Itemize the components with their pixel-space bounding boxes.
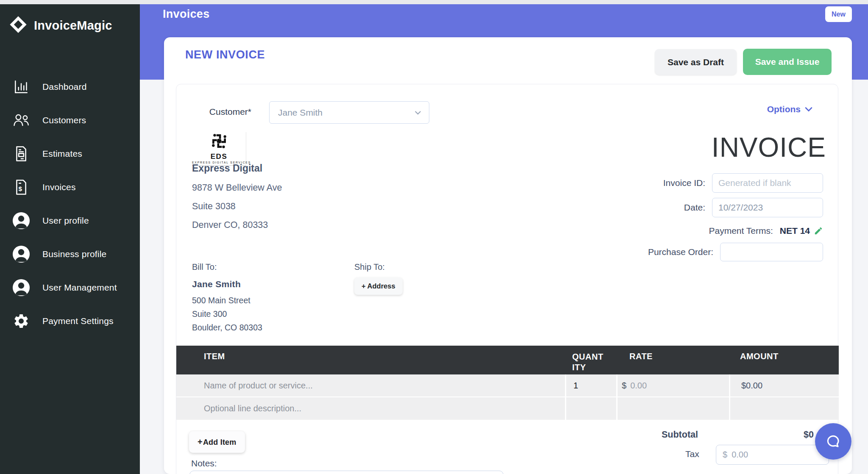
app-logo: InvoiceMagic <box>0 4 140 36</box>
bill-to-address-line: Boulder, CO 80303 <box>192 321 262 334</box>
new-invoice-button[interactable]: New <box>825 6 852 22</box>
person-circle-icon <box>12 279 31 297</box>
sidebar-item-user-management[interactable]: User Management <box>0 271 140 304</box>
form-heading: NEW INVOICE <box>185 48 265 61</box>
purchase-order-input[interactable] <box>720 243 823 261</box>
add-item-button[interactable]: +Add Item <box>189 431 245 453</box>
customer-select-value: Jane Smith <box>278 108 414 118</box>
rate-cell-empty <box>616 397 729 420</box>
purchase-order-label: Purchase Order: <box>648 247 713 257</box>
sidebar-item-customers[interactable]: Customers <box>0 103 140 137</box>
company-address-line: 9878 W Belleview Ave <box>192 178 282 197</box>
chevron-down-icon <box>804 105 813 114</box>
company-name: Express Digital <box>192 163 262 174</box>
bill-to-address: 500 Main Street Suite 300 Boulder, CO 80… <box>192 294 262 334</box>
document-icon <box>12 145 31 162</box>
column-header-rate: RATE <box>616 346 729 374</box>
sidebar-item-user-profile[interactable]: User profile <box>0 204 140 237</box>
diamond-logo-icon <box>8 15 28 36</box>
tax-label: Tax <box>685 449 699 459</box>
item-name-cell[interactable]: Name of product or service... <box>176 374 565 396</box>
options-label: Options <box>767 104 801 114</box>
rate-value: 0.00 <box>630 381 647 391</box>
quantity-cell-empty <box>565 397 616 420</box>
people-icon <box>12 112 31 128</box>
invoice-dollar-icon: $ <box>12 179 31 196</box>
edit-pencil-icon[interactable] <box>814 226 823 236</box>
notes-label: Notes: <box>191 458 217 468</box>
amount-cell: $0.00 <box>729 374 839 396</box>
sidebar-item-label: User Management <box>42 283 117 293</box>
payment-terms-value: NET 14 <box>780 226 810 236</box>
sidebar-item-estimates[interactable]: Estimates <box>0 137 140 170</box>
ship-to-label: Ship To: <box>354 262 385 272</box>
add-item-label: Add Item <box>203 438 236 446</box>
sidebar-item-label: User profile <box>42 216 89 226</box>
column-header-quantity: QUANTITY <box>565 346 616 374</box>
amount-cell-empty <box>729 397 839 420</box>
person-circle-icon <box>12 212 31 230</box>
table-header-row: ITEM QUANTITY RATE AMOUNT <box>176 346 839 374</box>
quantity-cell[interactable]: 1 <box>565 374 616 396</box>
column-header-item: ITEM <box>176 346 565 374</box>
invoice-panel: Customer* Jane Smith Options <box>176 84 838 474</box>
invoice-card: NEW INVOICE Save as Draft Save and Issue… <box>164 37 852 474</box>
sidebar-item-business-profile[interactable]: Business profile <box>0 237 140 271</box>
bill-to-address-line: 500 Main Street <box>192 294 262 307</box>
plus-icon: + <box>198 437 203 446</box>
date-input[interactable] <box>712 198 823 217</box>
customer-select[interactable]: Jane Smith <box>269 101 429 124</box>
tax-input-box: $ <box>716 445 829 465</box>
invoice-id-row: Invoice ID: <box>663 173 823 193</box>
person-circle-icon <box>12 245 31 263</box>
bill-to-label: Bill To: <box>192 262 217 272</box>
subtotal-label: Subtotal <box>662 430 698 440</box>
company-address-line: Denver CO, 80333 <box>192 216 282 234</box>
bar-chart-icon <box>12 78 31 95</box>
bill-to-address-line: Suite 300 <box>192 307 262 321</box>
column-header-amount: AMOUNT <box>729 346 839 374</box>
notes-textarea[interactable] <box>189 471 504 474</box>
sidebar-item-invoices[interactable]: $ Invoices <box>0 170 140 204</box>
company-address: 9878 W Belleview Ave Suite 3038 Denver C… <box>192 178 282 234</box>
company-logo: EDS EXPRESS DIGITAL SERVICES <box>192 132 246 167</box>
rate-cell[interactable]: $ 0.00 <box>616 374 729 396</box>
rate-currency: $ <box>622 381 626 391</box>
payment-terms-label: Payment Terms: <box>709 226 773 236</box>
document-title: INVOICE <box>712 132 826 163</box>
tax-currency: $ <box>723 450 727 460</box>
sidebar-menu: Dashboard Customers Estimates <box>0 70 140 338</box>
sidebar: InvoiceMagic Dashboard Customers <box>0 4 140 474</box>
save-as-draft-button[interactable]: Save as Draft <box>655 49 737 75</box>
date-row: Date: <box>684 198 823 217</box>
item-description-cell[interactable]: Optional line description... <box>176 397 565 420</box>
app-name: InvoiceMagic <box>34 19 112 33</box>
subtotal-value: $0 <box>804 430 814 440</box>
sidebar-item-dashboard[interactable]: Dashboard <box>0 70 140 103</box>
save-and-issue-button[interactable]: Save and Issue <box>743 49 832 75</box>
table-row: Name of product or service... 1 $ 0.00 $… <box>176 374 839 396</box>
chat-bubble-icon <box>824 432 843 451</box>
sidebar-item-label: Customers <box>42 115 86 125</box>
gear-icon <box>12 313 31 330</box>
eds-logo-mark-icon <box>210 144 228 151</box>
options-dropdown[interactable]: Options <box>767 104 813 114</box>
table-row: Optional line description... <box>176 396 839 420</box>
line-items-table: ITEM QUANTITY RATE AMOUNT Name of produc… <box>176 346 839 420</box>
customer-label: Customer* <box>203 107 251 117</box>
invoice-id-label: Invoice ID: <box>663 178 705 188</box>
sidebar-item-payment-settings[interactable]: Payment Settings <box>0 304 140 338</box>
help-chat-button[interactable] <box>815 423 851 460</box>
sidebar-item-label: Estimates <box>42 149 82 159</box>
sidebar-item-label: Payment Settings <box>42 316 114 326</box>
browser-top-strip <box>0 0 868 4</box>
sidebar-item-label: Business profile <box>42 249 106 259</box>
add-address-button[interactable]: + Address <box>354 277 403 295</box>
invoice-id-input[interactable] <box>712 173 823 193</box>
svg-text:$: $ <box>18 185 22 192</box>
purchase-order-row: Purchase Order: <box>648 243 823 261</box>
sidebar-item-label: Dashboard <box>42 82 87 92</box>
date-label: Date: <box>684 202 705 213</box>
sidebar-item-label: Invoices <box>42 182 76 192</box>
payment-terms-row: Payment Terms: NET 14 <box>709 226 823 236</box>
